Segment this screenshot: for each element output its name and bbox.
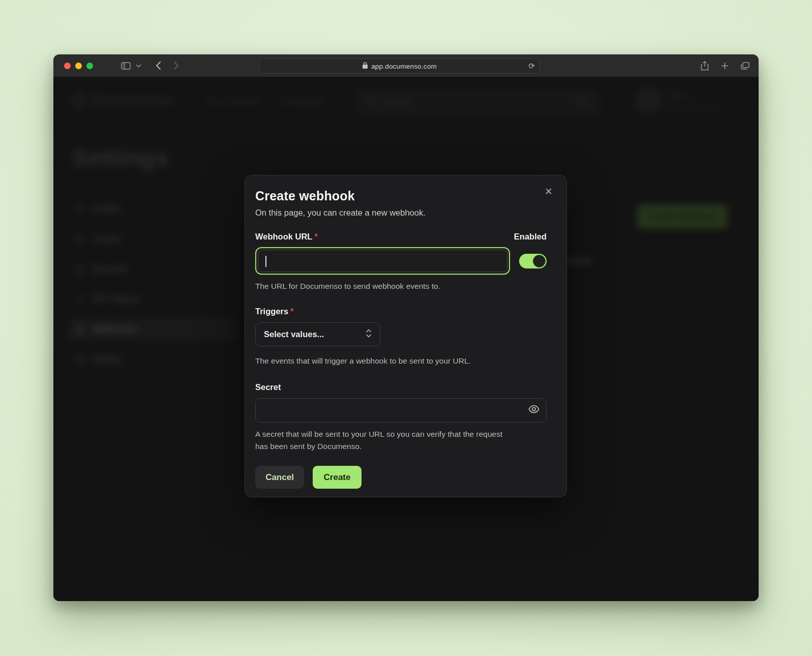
close-icon[interactable]: ✕: [542, 185, 555, 198]
maximize-window-button[interactable]: [86, 63, 93, 69]
enabled-toggle[interactable]: [519, 254, 547, 269]
dialog-title: Create webhook: [255, 189, 552, 203]
lock-icon: [363, 62, 368, 71]
eye-icon[interactable]: [528, 405, 539, 415]
minimize-window-button[interactable]: [75, 63, 82, 69]
back-button[interactable]: [156, 61, 161, 70]
triggers-label: Triggers*: [255, 307, 294, 316]
share-icon[interactable]: [701, 61, 709, 71]
url-text: app.documenso.com: [371, 63, 437, 70]
chevron-up-down-icon: [366, 329, 372, 340]
traffic-lights: [64, 63, 93, 69]
address-bar[interactable]: app.documenso.com ⟳: [259, 58, 540, 74]
create-button[interactable]: Create: [313, 466, 362, 489]
required-asterisk: *: [290, 307, 293, 316]
enabled-label: Enabled: [514, 232, 547, 242]
secret-input[interactable]: [255, 398, 547, 423]
new-tab-icon[interactable]: [721, 62, 729, 70]
reload-icon[interactable]: ⟳: [528, 62, 535, 71]
browser-toolbar: app.documenso.com ⟳: [53, 54, 759, 77]
secret-help: A secret that will be sent to your URL s…: [255, 428, 552, 453]
webhook-url-input[interactable]: [258, 250, 507, 272]
required-asterisk: *: [314, 232, 317, 241]
triggers-select[interactable]: Select values...: [255, 322, 380, 346]
create-webhook-dialog: ✕ Create webhook On this page, you can c…: [245, 175, 567, 497]
dialog-subtitle: On this page, you can create a new webho…: [255, 208, 552, 218]
triggers-help: The events that will trigger a webhook t…: [255, 355, 552, 367]
secret-label: Secret: [255, 382, 281, 392]
triggers-placeholder: Select values...: [264, 330, 324, 339]
sidebar-toggle-icon[interactable]: [121, 62, 131, 70]
cancel-button[interactable]: Cancel: [255, 466, 304, 489]
chevron-down-icon[interactable]: [136, 64, 141, 68]
text-cursor: [265, 256, 266, 267]
webhook-url-label: Webhook URL*: [255, 232, 318, 242]
tab-overview-icon[interactable]: [741, 62, 749, 70]
webhook-url-focus-ring: [255, 247, 510, 275]
close-window-button[interactable]: [64, 63, 71, 69]
toggle-knob: [533, 255, 546, 267]
forward-button[interactable]: [173, 61, 179, 70]
webhook-url-help: The URL for Documenso to send webhook ev…: [255, 280, 552, 292]
